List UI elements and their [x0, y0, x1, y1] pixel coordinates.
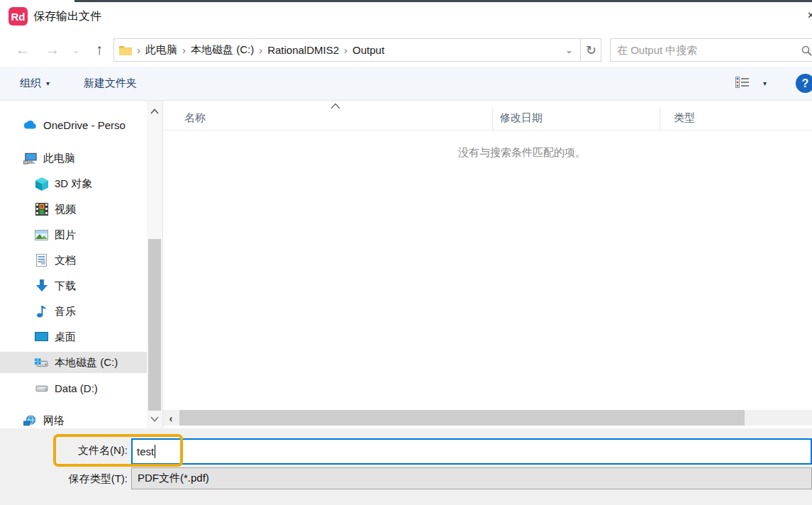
data-d-drive-icon	[35, 382, 48, 395]
organize-button[interactable]: 组织 ▾	[20, 67, 50, 100]
sidebar-item-videos[interactable]: 视频	[0, 199, 147, 220]
forward-icon[interactable]: →	[40, 38, 65, 62]
sidebar-item-desktop[interactable]: 桌面	[0, 326, 147, 348]
new-folder-button[interactable]: 新建文件夹	[84, 67, 137, 100]
column-header-name[interactable]: 名称	[184, 111, 206, 125]
app-logo-icon: Rd	[9, 7, 28, 26]
sidebar-item-3d-objects[interactable]: 3D 对象	[0, 173, 147, 194]
desktop-icon	[35, 331, 48, 344]
savetype-select[interactable]: PDF文件(*.pdf)	[131, 467, 812, 489]
breadcrumb-separator-icon: ›	[339, 44, 352, 56]
sidebar-item-label: Data (D:)	[55, 382, 98, 394]
address-bar[interactable]: › 此电脑 › 本地磁盘 (C:) › RationalDMIS2 › Outp…	[113, 38, 601, 62]
horizontal-scrollbar[interactable]: ‹	[163, 410, 812, 426]
sidebar-item-network[interactable]: 网络	[0, 410, 147, 428]
sidebar-item-music[interactable]: 音乐	[0, 301, 147, 322]
filename-value: test	[137, 445, 154, 457]
sidebar-item-local-disk-c[interactable]: 本地磁盘 (C:)	[0, 352, 147, 373]
file-list-pane: 名称 修改日期 类型 没有与搜索条件匹配的项。 ‹	[163, 101, 812, 428]
sidebar-item-documents[interactable]: 文档	[0, 250, 147, 271]
up-icon[interactable]: ↑	[88, 38, 111, 62]
horizontal-scrollbar-thumb[interactable]	[179, 410, 745, 426]
sidebar-item-label: 3D 对象	[55, 177, 92, 191]
navigation-bar: ← → ⌄ ↑ › 此电脑 › 本地磁盘 (C:) › RationalDMIS…	[0, 33, 812, 67]
sidebar-item-pictures[interactable]: 图片	[0, 224, 147, 245]
sidebar-item-label: 网络	[43, 414, 65, 428]
pictures-icon	[35, 228, 48, 242]
back-icon[interactable]: ←	[10, 38, 35, 62]
videos-icon	[35, 203, 48, 216]
savetype-label: 保存类型(T):	[44, 472, 128, 486]
sidebar-item-label: 本地磁盘 (C:)	[55, 356, 118, 370]
address-dropdown-caret-icon[interactable]: ⌄	[558, 45, 580, 55]
file-list-header: 名称 修改日期 类型	[163, 106, 812, 131]
scroll-down-icon[interactable]	[147, 413, 162, 425]
sidebar-scrollbar-thumb[interactable]	[148, 239, 161, 411]
breadcrumb-rationaldmis2[interactable]: RationalDMIS2	[267, 44, 339, 56]
background-window-edge	[74, 0, 812, 2]
column-separator[interactable]	[492, 108, 493, 131]
filename-label: 文件名(N):	[44, 444, 128, 457]
sidebar-item-label: 文档	[55, 254, 76, 267]
this-pc-icon	[23, 152, 37, 165]
sidebar-item-label: 桌面	[55, 331, 76, 344]
caret-down-icon: ▾	[763, 79, 767, 87]
help-button[interactable]: ?	[796, 74, 812, 93]
sidebar-scrollbar[interactable]	[147, 101, 162, 428]
breadcrumb-local-disk-c[interactable]: 本地磁盘 (C:)	[191, 43, 254, 57]
breadcrumb-output[interactable]: Output	[352, 44, 384, 56]
sidebar-item-label: 图片	[55, 228, 76, 242]
3d-objects-icon	[35, 177, 48, 191]
sidebar-item-label: 音乐	[55, 305, 76, 318]
sidebar-item-onedrive[interactable]: OneDrive - Perso	[0, 114, 147, 135]
scroll-up-icon[interactable]	[147, 105, 162, 117]
sidebar-item-label: 视频	[55, 203, 76, 216]
new-folder-label: 新建文件夹	[84, 77, 137, 90]
close-icon[interactable]: ✕	[807, 10, 812, 21]
title-bar: Rd 保存输出文件 ✕	[0, 0, 812, 33]
network-icon	[23, 414, 37, 428]
search-box	[610, 38, 812, 62]
folder-icon	[118, 43, 132, 57]
documents-icon	[35, 254, 48, 267]
onedrive-cloud-icon	[23, 118, 37, 132]
column-header-type[interactable]: 类型	[674, 111, 695, 125]
sidebar-item-label: 下载	[55, 279, 76, 293]
list-view-icon	[735, 76, 750, 91]
command-toolbar: 组织 ▾ 新建文件夹 ▾ ?	[0, 67, 812, 101]
dialog-body: OneDrive - Perso 此电脑	[0, 101, 812, 428]
scroll-left-icon[interactable]: ‹	[165, 411, 177, 425]
footer-panel: 文件名(N): test 保存类型(T): PDF文件(*.pdf)	[0, 428, 812, 505]
window-title: 保存输出文件	[33, 9, 101, 24]
sidebar-item-this-pc[interactable]: 此电脑	[0, 148, 147, 169]
view-options-caret[interactable]: ▾	[763, 67, 767, 100]
sidebar-item-label: 此电脑	[43, 152, 75, 165]
sidebar-item-downloads[interactable]: 下载	[0, 275, 147, 296]
search-input[interactable]	[611, 39, 812, 61]
local-disk-c-icon	[35, 356, 48, 370]
column-separator[interactable]	[660, 108, 660, 131]
sidebar-item-data-d[interactable]: Data (D:)	[0, 377, 147, 399]
organize-label: 组织	[20, 77, 41, 90]
breadcrumb-separator-icon: ›	[254, 44, 267, 56]
save-file-dialog: Rd 保存输出文件 ✕ ← → ⌄ ↑ › 此电脑 › 本地磁盘 (C:) › …	[0, 0, 812, 505]
breadcrumb-separator-icon: ›	[177, 44, 191, 56]
music-icon	[35, 305, 48, 318]
column-header-date-modified[interactable]: 修改日期	[500, 111, 543, 125]
breadcrumb-this-pc[interactable]: 此电脑	[145, 43, 177, 57]
empty-folder-message: 没有与搜索条件匹配的项。	[345, 146, 699, 160]
sidebar-item-label: OneDrive - Perso	[43, 119, 126, 131]
text-cursor	[155, 445, 155, 458]
breadcrumb-separator-icon: ›	[132, 44, 145, 56]
downloads-icon	[35, 279, 48, 293]
view-options-button[interactable]	[735, 67, 750, 100]
recent-locations-caret-icon[interactable]: ⌄	[68, 38, 84, 62]
savetype-value: PDF文件(*.pdf)	[138, 472, 209, 485]
filename-input[interactable]: test	[131, 438, 812, 465]
refresh-icon[interactable]: ↻	[580, 38, 601, 62]
search-icon	[801, 45, 812, 58]
navigation-sidebar: OneDrive - Perso 此电脑	[0, 101, 147, 428]
caret-down-icon: ▾	[46, 79, 50, 87]
